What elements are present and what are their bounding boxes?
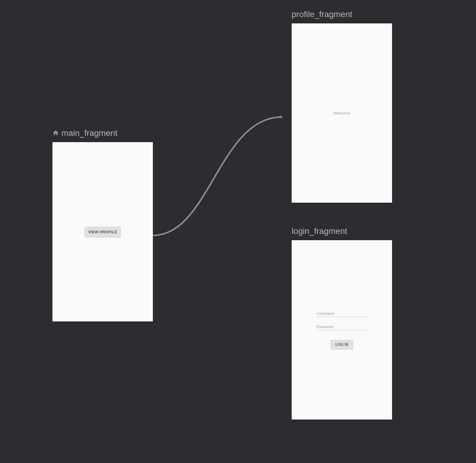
main-fragment-title: main_fragment: [52, 128, 153, 138]
username-field[interactable]: [317, 310, 367, 317]
main-fragment-title-text: main_fragment: [61, 128, 118, 138]
login-fragment-title: login_fragment: [292, 226, 392, 236]
login-button[interactable]: LOG IN: [331, 340, 353, 349]
home-icon: [52, 130, 59, 136]
main-fragment-screen: VIEW PROFILE: [52, 142, 153, 321]
profile-fragment-title-text: profile_fragment: [292, 10, 352, 19]
profile-fragment-screen: Welcome!: [292, 23, 392, 203]
welcome-label: Welcome!: [333, 111, 351, 115]
main-fragment-block: main_fragment VIEW PROFILE: [52, 128, 153, 321]
password-field[interactable]: [317, 324, 367, 330]
view-profile-button[interactable]: VIEW PROFILE: [85, 227, 121, 237]
login-fragment-title-text: login_fragment: [292, 226, 347, 236]
login-form: LOG IN: [317, 310, 367, 349]
profile-fragment-title: profile_fragment: [292, 10, 392, 19]
login-fragment-screen: LOG IN: [292, 240, 392, 420]
login-fragment-block: login_fragment LOG IN: [292, 226, 392, 420]
navigation-graph-canvas: main_fragment VIEW PROFILE profile_fragm…: [0, 0, 476, 463]
profile-fragment-block: profile_fragment Welcome!: [292, 10, 392, 203]
